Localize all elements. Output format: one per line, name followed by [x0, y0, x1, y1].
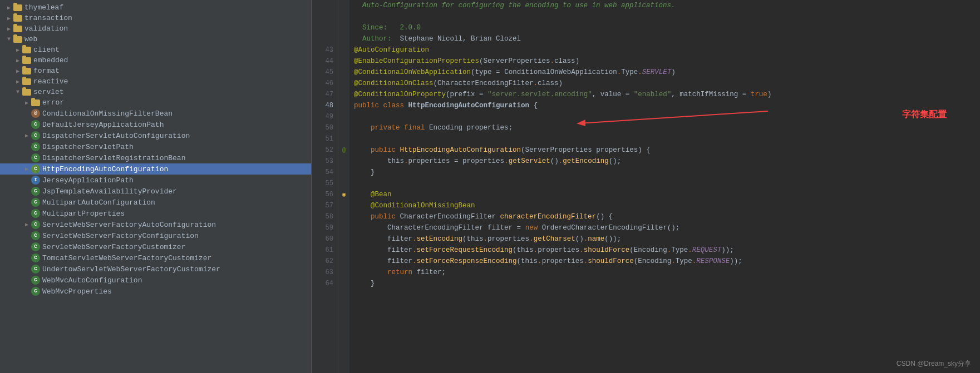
sidebar-item-label: ServletWebServerFactoryConfiguration: [42, 232, 199, 240]
sidebar-item-client[interactable]: ▶ client: [0, 44, 311, 55]
sidebar-item-label: format: [33, 67, 60, 75]
folder-icon: [22, 78, 31, 85]
sidebar-item-label: validation: [24, 24, 68, 33]
arrow-icon: ▶: [22, 100, 31, 106]
doc-line-empty: [354, 11, 976, 22]
doc-line-since: Since: 2.0.0: [354, 22, 976, 33]
line-num-60: 60: [316, 233, 333, 245]
line-num-50: 50: [316, 122, 333, 133]
sidebar-item-servlet-web-server-factory-auto-configuration[interactable]: ▶ C ServletWebServerFactoryAutoConfigura…: [0, 219, 311, 230]
sidebar-item-jsp-template-availability-provider[interactable]: ▶ C JspTemplateAvailabilityProvider: [0, 186, 311, 197]
sidebar-item-servlet-web-server-factory-customizer[interactable]: ▶ C ServletWebServerFactoryCustomizer: [0, 241, 311, 252]
line-num-46: 46: [316, 78, 333, 89]
class-icon: C: [31, 165, 40, 173]
folder-icon: [13, 36, 22, 43]
code-content: 43 44 45 46 47 48 49 50 51 52 53 54 55 5…: [312, 0, 980, 373]
line-number-gutter: 43 44 45 46 47 48 49 50 51 52 53 54 55 5…: [312, 0, 338, 373]
sidebar-item-validation[interactable]: ▶ validation: [0, 23, 311, 34]
class-icon: C: [31, 187, 40, 196]
code-line-64: }: [354, 278, 976, 289]
sidebar-item-label: DefaultJerseyApplicationPath: [42, 121, 164, 129]
sidebar-item-embedded[interactable]: ▶ embedded: [0, 55, 311, 66]
code-line-55: [354, 178, 976, 189]
arrow-icon: ▶: [22, 121, 31, 128]
code-line-52: public HttpEncodingAutoConfiguration(Ser…: [354, 145, 976, 156]
arrow-icon: ▶: [22, 143, 31, 150]
sidebar-item-servlet[interactable]: ▼ servlet: [0, 87, 311, 97]
sidebar-item-label: ServletWebServerFactoryCustomizer: [42, 243, 185, 251]
sidebar-item-label: ConditionalOnMissingFilterBean: [42, 110, 173, 118]
arrow-icon: ▶: [22, 132, 31, 139]
sidebar-item-conditional-on-missing-filter-bean[interactable]: ▶ @ ConditionalOnMissingFilterBean: [0, 108, 311, 119]
code-line-45: @ConditionalOnWebApplication(type = Cond…: [354, 67, 976, 78]
sidebar-item-multipart-properties[interactable]: ▶ C MultipartProperties: [0, 208, 311, 219]
sidebar-item-web-mvc-properties[interactable]: ▶ C WebMvcProperties: [0, 286, 311, 297]
sidebar-item-dispatcher-servlet-auto-configuration[interactable]: ▶ C DispatcherServletAutoConfiguration: [0, 130, 311, 141]
code-editor: 字符集配置 CSDN @Dream_sky分享 43 44 45 46 47 4…: [312, 0, 980, 373]
gutter-icon-56: ◉: [338, 189, 349, 200]
sidebar-item-label: client: [33, 46, 60, 54]
class-icon: C: [31, 209, 40, 218]
code-line-51: [354, 133, 976, 145]
sidebar-item-default-jersey-application-path[interactable]: ▶ C DefaultJerseyApplicationPath: [0, 119, 311, 130]
sidebar-item-dispatcher-servlet-path[interactable]: ▶ C DispatcherServletPath: [0, 141, 311, 152]
class-icon: C: [31, 276, 40, 285]
line-num: [316, 11, 333, 22]
line-num-64: 64: [316, 278, 333, 289]
code-line-54: }: [354, 167, 976, 178]
sidebar-item-thymeleaf[interactable]: ▶ thymeleaf: [0, 2, 311, 13]
sidebar-item-transaction[interactable]: ▶ transaction: [0, 13, 311, 23]
arrow-icon: ▶: [22, 210, 31, 217]
arrow-icon: ▶: [22, 288, 31, 295]
sidebar-item-format[interactable]: ▶ format: [0, 66, 311, 76]
sidebar-item-label: servlet: [33, 88, 64, 96]
line-num-62: 62: [316, 256, 333, 267]
arrow-icon: ▶: [22, 277, 31, 284]
line-num-48: 48: [316, 100, 333, 111]
code-line-61: filter.setForceRequestEncoding(this.prop…: [354, 245, 976, 256]
code-line-47: @ConditionalOnProperty(prefix = "server.…: [354, 89, 976, 100]
arrow-icon: ▶: [4, 15, 13, 22]
sidebar-item-label: WebMvcAutoConfiguration: [42, 276, 142, 285]
sidebar-item-tomcat-servlet-web-server-factory-customizer[interactable]: ▶ C TomcatServletWebServerFactoryCustomi…: [0, 252, 311, 263]
code-line-43: @AutoConfiguration: [354, 44, 976, 56]
class-icon: C: [31, 231, 40, 240]
sidebar-item-jersey-application-path[interactable]: ▶ I JerseyApplicationPath: [0, 175, 311, 186]
folder-icon: [22, 89, 31, 96]
sidebar-item-web-mvc-auto-configuration[interactable]: ▶ C WebMvcAutoConfiguration: [0, 275, 311, 286]
sidebar-item-http-encoding-auto-configuration[interactable]: ▶ C HttpEncodingAutoConfiguration: [0, 163, 311, 175]
arrow-icon: ▶: [22, 155, 31, 161]
code-line-44: @EnableConfigurationProperties(ServerPro…: [354, 56, 976, 67]
arrow-icon: ▶: [22, 243, 31, 250]
sidebar-item-reactive[interactable]: ▶ reactive: [0, 76, 311, 87]
line-num-58: 58: [316, 211, 333, 222]
class-icon: C: [31, 242, 40, 251]
code-line-57: @ConditionalOnMissingBean: [354, 200, 976, 211]
arrow-icon: ▶: [13, 68, 22, 74]
arrow-icon: ▶: [22, 199, 31, 206]
sidebar-item-web[interactable]: ▼ web: [0, 34, 311, 44]
arrow-icon: ▶: [22, 255, 31, 261]
sidebar-item-label: transaction: [24, 14, 72, 22]
sidebar-item-label: DispatcherServletAutoConfiguration: [42, 132, 190, 140]
arrow-icon: ▶: [4, 4, 13, 11]
sidebar-item-undertow-servlet-web-server-factory-customizer[interactable]: ▶ C UndertowServletWebServerFactoryCusto…: [0, 263, 311, 275]
class-icon: C: [31, 220, 40, 229]
file-tree[interactable]: ▶ thymeleaf ▶ transaction ▶ validation ▼…: [0, 0, 312, 373]
line-num-49: 49: [316, 111, 333, 122]
sidebar-item-error[interactable]: ▶ error: [0, 97, 311, 108]
code-line-46: @ConditionalOnClass(CharacterEncodingFil…: [354, 78, 976, 89]
class-icon: C: [31, 265, 40, 273]
sidebar-item-dispatcher-servlet-registration-bean[interactable]: ▶ C DispatcherServletRegistrationBean: [0, 152, 311, 163]
sidebar-item-label: UndertowServletWebServerFactoryCustomize…: [42, 265, 220, 273]
class-icon: C: [31, 142, 40, 151]
class-icon: C: [31, 131, 40, 140]
sidebar-item-label: JerseyApplicationPath: [42, 176, 134, 185]
annotation-icon: @: [31, 109, 40, 118]
sidebar-item-label: TomcatServletWebServerFactoryCustomizer: [42, 254, 211, 262]
sidebar-item-servlet-web-server-factory-configuration[interactable]: ▶ C ServletWebServerFactoryConfiguration: [0, 230, 311, 241]
interface-icon: I: [31, 176, 40, 185]
code-line-59: CharacterEncodingFilter filter = new Ord…: [354, 222, 976, 233]
line-num-59: 59: [316, 222, 333, 233]
sidebar-item-multipart-auto-configuration[interactable]: ▶ C MultipartAutoConfiguration: [0, 197, 311, 208]
